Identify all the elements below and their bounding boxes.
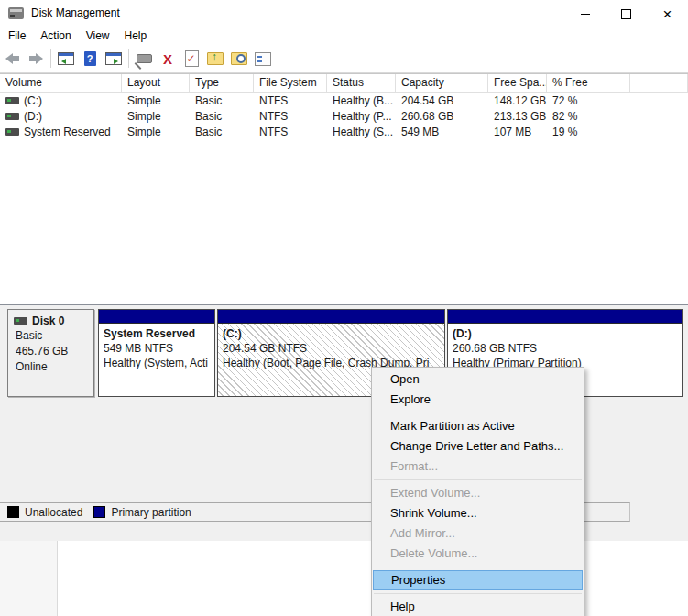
menu-action[interactable]: Action bbox=[33, 28, 78, 45]
disk-0-header-box[interactable]: Disk 0 Basic 465.76 GB Online bbox=[7, 309, 94, 397]
menu-item-change-drive-letter[interactable]: Change Drive Letter and Paths... bbox=[372, 436, 584, 456]
folder-search-icon bbox=[231, 52, 247, 65]
task-list-button[interactable] bbox=[252, 48, 274, 70]
volume-name: (C:) bbox=[24, 94, 42, 107]
volume-capacity: 549 MB bbox=[396, 126, 488, 138]
menu-item-properties[interactable]: Properties bbox=[373, 570, 583, 590]
menu-separator bbox=[374, 412, 582, 413]
background-left-column bbox=[0, 541, 58, 616]
volume-name: System Reserved bbox=[24, 126, 111, 138]
volume-pct-free: 72 % bbox=[547, 94, 630, 107]
menu-item-help[interactable]: Help bbox=[372, 597, 584, 616]
menu-item-open[interactable]: Open bbox=[372, 369, 584, 390]
legend-unallocated: Unallocated bbox=[7, 506, 82, 519]
volume-row-c[interactable]: (C:) Simple Basic NTFS Healthy (B... 204… bbox=[0, 93, 688, 108]
menu-bar: File Action View Help bbox=[0, 28, 688, 45]
background-area bbox=[0, 541, 688, 616]
column-header-type[interactable]: Type bbox=[190, 74, 254, 92]
menu-item-shrink-volume[interactable]: Shrink Volume... bbox=[372, 503, 584, 523]
column-header-capacity[interactable]: Capacity bbox=[396, 74, 488, 92]
menu-item-format: Format... bbox=[372, 456, 584, 477]
maximize-icon bbox=[621, 9, 631, 19]
menu-view[interactable]: View bbox=[79, 28, 117, 45]
volume-row-d[interactable]: (D:) Simple Basic NTFS Healthy (P... 260… bbox=[0, 108, 688, 124]
partition-size: 204.54 GB NTFS bbox=[223, 341, 444, 356]
disk-icon bbox=[14, 317, 27, 324]
volume-type: Basic bbox=[190, 94, 254, 107]
delete-volume-button[interactable]: X bbox=[157, 48, 179, 70]
toolbar: ? X bbox=[0, 45, 688, 73]
primary-partition-swatch bbox=[93, 506, 105, 518]
minimize-button[interactable] bbox=[564, 0, 606, 28]
maximize-button[interactable] bbox=[606, 0, 647, 28]
graphical-view-pane: Disk 0 Basic 465.76 GB Online System Res… bbox=[0, 305, 688, 541]
partition-color-bar bbox=[99, 310, 214, 324]
partition-name: (C:) bbox=[223, 326, 444, 341]
disk-type: Basic bbox=[8, 328, 93, 344]
title-bar: Disk Management × bbox=[0, 0, 688, 28]
forward-arrow-icon bbox=[29, 53, 43, 64]
folder-up-button[interactable] bbox=[204, 48, 226, 70]
column-header-free-space[interactable]: Free Spa... bbox=[488, 74, 547, 92]
volume-icon bbox=[5, 97, 19, 104]
menu-item-mark-partition-active[interactable]: Mark Partition as Active bbox=[372, 416, 584, 436]
folder-search-button[interactable] bbox=[228, 48, 250, 70]
menu-separator bbox=[374, 566, 582, 567]
menu-item-delete-volume: Delete Volume... bbox=[372, 544, 584, 564]
disk-management-window: Disk Management × File Action View Help … bbox=[0, 0, 688, 541]
console-tree-icon bbox=[58, 52, 74, 65]
close-button[interactable]: × bbox=[647, 0, 688, 28]
partition-system-reserved[interactable]: System Reserved 549 MB NTFS Healthy (Sys… bbox=[98, 309, 215, 397]
toolbar-separator bbox=[128, 50, 129, 68]
partition-status: Healthy (System, Acti bbox=[104, 356, 214, 370]
legend-label: Unallocated bbox=[25, 506, 82, 519]
menu-item-add-mirror: Add Mirror... bbox=[372, 523, 584, 544]
legend-primary-partition: Primary partition bbox=[93, 506, 191, 519]
volume-status: Healthy (S... bbox=[327, 126, 396, 138]
volume-row-system-reserved[interactable]: System Reserved Simple Basic NTFS Health… bbox=[0, 124, 688, 139]
minimize-icon bbox=[581, 14, 590, 15]
volume-status: Healthy (B... bbox=[327, 94, 396, 107]
unallocated-swatch bbox=[7, 506, 19, 518]
disk-tool-icon bbox=[137, 54, 152, 63]
partition-name: System Reserved bbox=[104, 326, 214, 341]
window-title: Disk Management bbox=[31, 6, 120, 19]
column-header-status[interactable]: Status bbox=[327, 74, 396, 92]
volume-type: Basic bbox=[190, 110, 254, 123]
volume-type: Basic bbox=[190, 126, 254, 138]
action-pane-icon bbox=[105, 52, 122, 65]
column-header-file-system[interactable]: File System bbox=[254, 74, 327, 92]
disk-size: 465.76 GB bbox=[8, 344, 93, 359]
column-header-pct-free[interactable]: % Free bbox=[547, 74, 630, 92]
check-document-icon bbox=[185, 50, 199, 67]
help-button[interactable]: ? bbox=[79, 48, 101, 70]
forward-button[interactable] bbox=[25, 48, 47, 70]
disk-tool-button[interactable] bbox=[133, 48, 155, 70]
folder-up-icon bbox=[207, 52, 224, 65]
partition-name: (D:) bbox=[453, 326, 682, 341]
volume-list-pane: Volume Layout Type File System Status Ca… bbox=[0, 73, 688, 305]
column-header-layout[interactable]: Layout bbox=[122, 74, 190, 92]
check-document-button[interactable] bbox=[180, 48, 202, 70]
context-menu: Open Explore Mark Partition as Active Ch… bbox=[371, 367, 584, 616]
volume-pct-free: 19 % bbox=[547, 126, 630, 138]
menu-item-explore[interactable]: Explore bbox=[372, 390, 584, 410]
disk-status: Online bbox=[8, 359, 93, 375]
volume-free: 107 MB bbox=[488, 126, 547, 138]
show-action-pane-button[interactable] bbox=[103, 48, 125, 70]
column-header-volume[interactable]: Volume bbox=[0, 74, 122, 92]
menu-help[interactable]: Help bbox=[117, 28, 155, 45]
disk-name: Disk 0 bbox=[32, 314, 64, 327]
volume-capacity: 260.68 GB bbox=[396, 110, 488, 123]
menu-file[interactable]: File bbox=[0, 28, 33, 45]
volume-name: (D:) bbox=[24, 110, 42, 123]
show-console-tree-button[interactable] bbox=[55, 48, 77, 70]
back-button[interactable] bbox=[1, 48, 23, 70]
volume-free: 148.12 GB bbox=[488, 94, 547, 107]
menu-separator bbox=[374, 593, 582, 594]
volume-layout: Simple bbox=[122, 110, 190, 123]
partition-color-bar bbox=[448, 310, 682, 324]
column-header-filler bbox=[630, 74, 688, 92]
toolbar-separator bbox=[50, 50, 51, 68]
volume-pct-free: 82 % bbox=[547, 110, 630, 123]
